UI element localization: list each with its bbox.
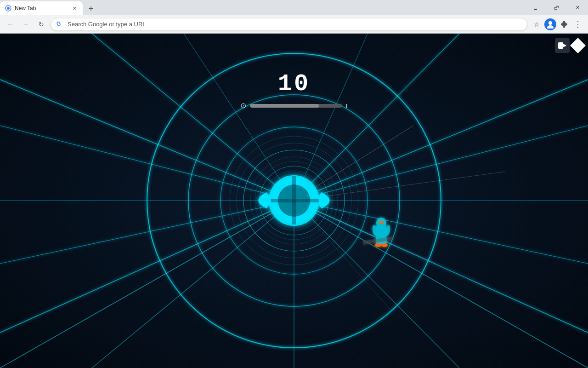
address-bar: ← → ↻ G Search Google or type a URL ☆ <box>0 15 588 34</box>
refresh-button[interactable]: ↻ <box>35 18 48 31</box>
new-tab-button[interactable]: + <box>85 2 97 15</box>
svg-marker-56 <box>563 44 566 47</box>
progress-track <box>250 104 342 108</box>
minimize-button[interactable]: 🗕 <box>525 0 546 15</box>
svg-point-1 <box>7 7 10 10</box>
game-overlay-icons <box>555 38 583 53</box>
title-bar: New Tab ✕ + 🗕 🗗 ✕ <box>0 0 588 15</box>
google-logo: G <box>57 21 64 28</box>
toolbar-icons: ☆ ⋮ <box>530 18 584 31</box>
svg-point-2 <box>548 21 552 25</box>
address-input[interactable]: G Search Google or type a URL <box>51 18 527 31</box>
progress-icon-right: ı <box>345 102 347 110</box>
svg-rect-47 <box>379 221 384 224</box>
svg-rect-55 <box>558 42 563 49</box>
back-button[interactable]: ← <box>4 18 17 31</box>
window-controls: 🗕 🗗 ✕ <box>525 0 588 15</box>
profile-avatar <box>544 18 556 30</box>
svg-point-3 <box>547 25 554 29</box>
progress-icon-left: ⊙ <box>240 101 246 110</box>
active-tab[interactable]: New Tab ✕ <box>0 1 83 15</box>
progress-fill <box>250 104 319 108</box>
video-overlay-button[interactable] <box>555 38 570 53</box>
profile-button[interactable] <box>544 18 557 31</box>
close-button[interactable]: ✕ <box>567 0 588 15</box>
score-display: 10 ⊙ ı <box>240 70 347 110</box>
tab-close-button[interactable]: ✕ <box>71 5 78 12</box>
forward-button[interactable]: → <box>19 18 32 31</box>
diamond-overlay-button[interactable] <box>570 38 586 53</box>
extensions-button[interactable] <box>558 18 571 31</box>
maximize-button[interactable]: 🗗 <box>546 0 567 15</box>
menu-button[interactable]: ⋮ <box>571 18 584 31</box>
browser-frame: New Tab ✕ + 🗕 🗗 ✕ ← → ↻ G <box>0 0 588 368</box>
tab-title: New Tab <box>15 5 68 12</box>
tab-strip: New Tab ✕ + <box>0 0 525 15</box>
bookmark-button[interactable]: ☆ <box>530 18 543 31</box>
tab-favicon <box>5 5 12 12</box>
game-content: 10 ⊙ ı <box>0 34 588 368</box>
score-number: 10 <box>240 70 347 98</box>
svg-point-53 <box>381 243 388 247</box>
svg-point-52 <box>375 243 381 247</box>
address-text: Search Google or type a URL <box>68 21 521 28</box>
progress-bar-container: ⊙ ı <box>240 101 347 110</box>
